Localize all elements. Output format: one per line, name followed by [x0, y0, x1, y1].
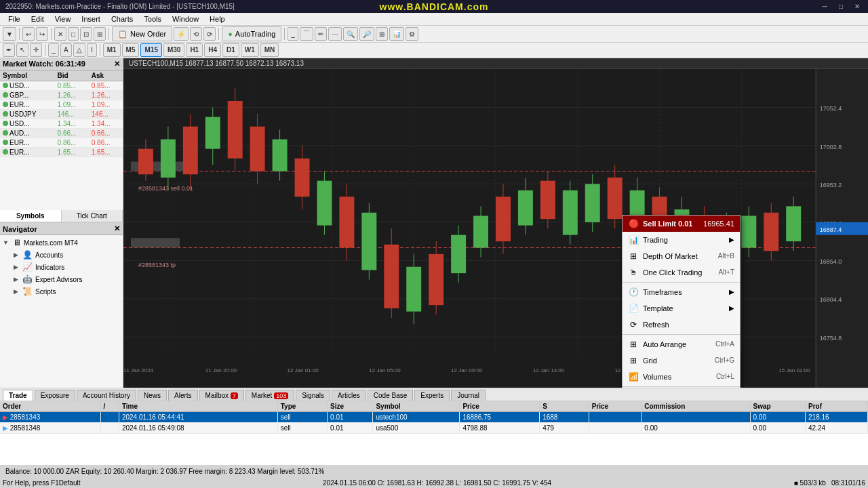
autotrading-button[interactable]: ● AutoTrading [222, 26, 281, 41]
svg-text:11 Jan 2024: 11 Jan 2024 [123, 367, 154, 373]
menu-view[interactable]: View [50, 14, 77, 24]
ctx-timeframes[interactable]: 🕐 Timeframes ▶ [623, 284, 740, 300]
market-watch-close[interactable]: ✕ [114, 60, 120, 68]
market-watch-row[interactable]: USD... 1.34... 1.34... [0, 119, 123, 128]
menu-charts[interactable]: Charts [106, 14, 138, 24]
btab-alerts[interactable]: Alerts [168, 390, 198, 401]
toolbar-chart[interactable]: 📊 [389, 27, 404, 41]
maximize-button[interactable]: □ [835, 1, 846, 12]
ctx-trading[interactable]: 📊 Trading ▶ [623, 232, 740, 248]
ctx-sell-limit[interactable]: 🔴 Sell Limit 0.01 16965.41 [623, 216, 740, 232]
toolbar-zoom-in[interactable]: 🔍 [343, 27, 358, 41]
trading-icon: 📊 [628, 235, 639, 245]
ctx-refresh[interactable]: ⟳ Refresh [623, 317, 740, 333]
toolbar-line3[interactable]: ✏ [315, 27, 327, 41]
ctx-auto-arrange[interactable]: ⊞ Auto Arrange Ctrl+A [623, 336, 740, 352]
toolbar-triangle[interactable]: △ [73, 43, 85, 57]
market-watch-row[interactable]: GBP... 1.26... 1.26... [0, 90, 123, 100]
nav-item-indicators[interactable]: ▶ 📈 Indicators [12, 261, 121, 273]
table-row[interactable]: ▶ 28581343 2024.01.16 05:44:41 sell 0.01… [0, 412, 868, 423]
toolbar-draw-line[interactable]: ⎯ [48, 43, 59, 57]
toolbar-settings[interactable]: ⚙ [406, 27, 418, 41]
menu-file[interactable]: File [3, 14, 26, 24]
ctx-grid[interactable]: ⊞ Grid Ctrl+G [623, 352, 740, 369]
mw-ask: 0.85... [89, 81, 123, 90]
order-price2 [589, 412, 642, 423]
nav-item-accounts[interactable]: ▶ 👤 Accounts [12, 249, 121, 261]
btab-news[interactable]: News [138, 390, 167, 401]
btab-trade[interactable]: Trade [3, 390, 33, 401]
toolbar-btn-7[interactable]: ⊞ [94, 27, 106, 41]
tf-m15[interactable]: M15 [140, 43, 161, 57]
ctx-depth-of-market[interactable]: ⊞ Depth Of Market Alt+B [623, 248, 740, 264]
toolbar-new-btn[interactable]: ▼ [3, 27, 16, 41]
btab-codebase[interactable]: Code Base [368, 390, 413, 401]
ctx-volumes[interactable]: 📶 Volumes Ctrl+L [623, 369, 740, 385]
btab-articles[interactable]: Articles [332, 390, 366, 401]
tf-m30[interactable]: M30 [163, 43, 184, 57]
new-order-button[interactable]: 📋 New Order [112, 26, 172, 41]
toolbar-btn-10[interactable]: ⟳ [203, 27, 216, 41]
mw-symbol: GBP... [0, 90, 55, 100]
mw-bid: 0.66... [55, 128, 89, 138]
table-row[interactable]: ▶ 28581348 2024.01.16 05:49:08 sell 0.01… [0, 423, 868, 434]
market-watch-row[interactable]: EUR... 1.65... 1.65... [0, 147, 123, 157]
btab-account-history[interactable]: Account History [77, 390, 136, 401]
nav-item-markets[interactable]: ▼ 🖥 Markets.com MT4 [1, 237, 121, 249]
market-watch-row[interactable]: EUR... 0.86... 0.86... [0, 138, 123, 147]
tab-tick-chart[interactable]: Tick Chart [62, 210, 123, 222]
btab-exposure[interactable]: Exposure [35, 390, 75, 401]
toolbar-line1[interactable]: ⎯ [288, 27, 298, 41]
toolbar-line2[interactable]: ⌒ [300, 27, 313, 41]
btab-mailbox[interactable]: Mailbox 7 [199, 390, 244, 401]
toolbar-btn-2[interactable]: ↩ [22, 27, 35, 41]
market-watch-row[interactable]: AUD... 0.66... 0.66... [0, 128, 123, 138]
btab-experts[interactable]: Experts [414, 390, 450, 401]
ctx-one-click-trading[interactable]: 🖱 One Click Trading Alt+T [623, 264, 740, 281]
menu-edit[interactable]: Edit [26, 14, 50, 24]
tpl-icon: 📄 [628, 303, 639, 314]
tf-h4[interactable]: H4 [204, 43, 221, 57]
toolbar-btn-4[interactable]: ✕ [54, 27, 66, 41]
menu-help[interactable]: Help [204, 14, 231, 24]
market-watch-row[interactable]: EUR... 1.09... 1.09... [0, 100, 123, 109]
nav-item-scripts[interactable]: ▶ 📜 Scripts [12, 285, 121, 298]
toolbar-cursor[interactable]: ↖ [16, 43, 28, 57]
toolbar-btn-3[interactable]: ↪ [36, 27, 48, 41]
toolbar-btn-9[interactable]: ⟲ [190, 27, 202, 41]
toolbar-btn-5[interactable]: □ [68, 27, 79, 41]
close-button[interactable]: ✕ [852, 1, 863, 12]
tf-h1[interactable]: H1 [186, 43, 203, 57]
chart-area[interactable]: USTECH100,M15 16877.13 16877.50 16872.13… [123, 58, 868, 388]
toolbar-draw2[interactable]: ⌇ [87, 43, 97, 57]
toolbar-zoom-out[interactable]: 🔎 [359, 27, 374, 41]
btab-journal[interactable]: Journal [451, 390, 486, 401]
toolbar-crosshair[interactable]: ✛ [30, 43, 42, 57]
menu-insert[interactable]: Insert [76, 14, 106, 24]
toolbar-btn-6[interactable]: ⊡ [80, 27, 92, 41]
market-watch-row[interactable]: USD... 0.85... 0.85... [0, 81, 123, 90]
tab-symbols[interactable]: Symbols [0, 210, 62, 222]
toolbar-line4[interactable]: ⋯ [328, 27, 342, 41]
tf-mn[interactable]: MN [260, 43, 279, 57]
tf-d1[interactable]: D1 [222, 43, 239, 57]
ctx-template[interactable]: 📄 Template ▶ [623, 300, 740, 317]
market-watch-row[interactable]: USDJPY 146... 146... [0, 109, 123, 119]
btab-market[interactable]: Market 103 [245, 390, 294, 401]
menu-window[interactable]: Window [167, 14, 204, 24]
toolbar-draw-btn[interactable]: ✒ [3, 43, 15, 57]
chart-canvas[interactable]: #28581343 sell 0.01 #28581343 tp 17052.4… [123, 69, 868, 388]
nav-item-experts[interactable]: ▶ 🤖 Expert Advisors [12, 273, 121, 285]
tf-m1[interactable]: M1 [103, 43, 121, 57]
toolbar-btn-8[interactable]: ⚡ [174, 27, 189, 41]
menu-tools[interactable]: Tools [138, 14, 167, 24]
toolbar-grid[interactable]: ⊞ [376, 27, 388, 41]
toolbar-text[interactable]: A [60, 43, 72, 57]
navigator-close[interactable]: ✕ [114, 224, 120, 233]
tf-w1[interactable]: W1 [241, 43, 259, 57]
minimize-button[interactable]: ─ [819, 1, 830, 12]
btab-signals[interactable]: Signals [296, 390, 330, 401]
col-swap: Swap [750, 401, 806, 412]
tf-m5[interactable]: M5 [122, 43, 140, 57]
toolbar1: ▼ ↩ ↪ ✕ □ ⊡ ⊞ 📋 New Order ⚡ ⟲ ⟳ ● AutoTr… [0, 26, 868, 42]
